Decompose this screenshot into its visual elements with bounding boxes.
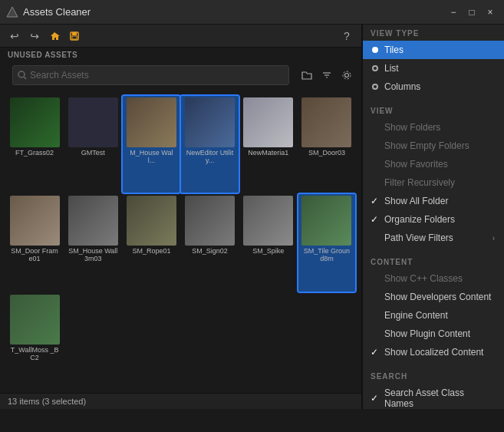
asset-name: SM_Spike <box>252 247 284 255</box>
search-input[interactable] <box>30 70 284 81</box>
content-option-show-localized[interactable]: ✓Show Localized Content <box>363 343 504 361</box>
svg-point-4 <box>18 71 25 77</box>
svg-point-10 <box>343 71 351 79</box>
svg-marker-0 <box>7 7 18 17</box>
menu-item-label: Tiles <box>384 45 495 55</box>
right-panel: VIEW TYPE TilesListColumns VIEW Show Fol… <box>362 25 504 409</box>
asset-item[interactable]: SM_House Wall3m03 <box>64 194 121 291</box>
menu-item-label: Show Favorites <box>384 159 495 170</box>
filter-button[interactable] <box>318 67 335 84</box>
asset-thumbnail <box>10 196 60 246</box>
status-bar: 13 items (3 selected) <box>0 393 361 409</box>
view-type-option-columns[interactable]: Columns <box>363 77 504 96</box>
menu-item-label: Engine Content <box>384 310 495 321</box>
forward-button[interactable]: ↩ <box>26 28 43 45</box>
asset-name: SM_House Wall3m03 <box>68 247 118 262</box>
asset-name: FT_Grass02 <box>15 149 54 157</box>
content-option-show-engine[interactable]: Engine Content <box>363 306 504 325</box>
asset-thumbnail <box>185 97 235 147</box>
asset-name: SM_Rope01 <box>132 247 170 255</box>
asset-thumbnail <box>185 196 235 246</box>
search-option-search-class-names[interactable]: ✓Search Asset Class Names <box>363 384 504 409</box>
view-option-organize-folders[interactable]: ✓Organize Folders <box>363 210 504 229</box>
asset-name: NewMateria1 <box>248 149 288 157</box>
folder-button[interactable] <box>298 67 315 84</box>
close-button[interactable]: × <box>483 5 498 20</box>
check-mark: ✓ <box>371 393 378 404</box>
view-options: Show FoldersShow Empty FoldersShow Favor… <box>363 118 504 247</box>
check-mark: ✓ <box>371 196 378 206</box>
content-header: CONTENT <box>363 253 504 269</box>
search-header: SEARCH <box>363 368 504 384</box>
asset-name: GMTest <box>81 149 105 157</box>
view-type-options: TilesListColumns <box>363 41 504 96</box>
view-option-show-all-folder[interactable]: ✓Show All Folder <box>363 192 504 210</box>
content-option-show-plugin[interactable]: Show Plugin Content <box>363 325 504 343</box>
svg-rect-3 <box>72 36 77 39</box>
view-option-filter-recursively: Filter Recursively <box>363 173 504 192</box>
asset-item[interactable]: NewMateria1 <box>240 96 297 193</box>
menu-item-label: Show Developers Content <box>384 292 495 302</box>
asset-item[interactable]: SM_Tile Ground8m <box>298 194 355 291</box>
view-type-option-tiles[interactable]: Tiles <box>363 41 504 59</box>
menu-item-label: Show Folders <box>384 122 495 133</box>
submenu-arrow-icon: › <box>492 234 495 242</box>
home-button[interactable] <box>46 28 63 45</box>
asset-name: T_WallMoss _BC2 <box>10 346 60 361</box>
back-button[interactable]: ↩ <box>6 28 23 45</box>
app-icon <box>6 6 18 18</box>
view-option-show-folders: Show Folders <box>363 118 504 137</box>
maximize-button[interactable]: □ <box>464 5 479 20</box>
menu-item-label: Path View Filters <box>384 232 492 243</box>
view-option-path-view-filters[interactable]: Path View Filters› <box>363 229 504 247</box>
view-option-show-favorites: Show Favorites <box>363 155 504 173</box>
content-options: Show C++ ClassesShow Developers ContentE… <box>363 269 504 361</box>
svg-line-5 <box>24 77 26 79</box>
search-options: ✓Search Asset Class Names✓Search Asset P… <box>363 384 504 409</box>
check-mark: ✓ <box>371 214 378 225</box>
asset-item[interactable]: T_WallMoss _BC2 <box>6 293 63 390</box>
asset-thumbnail <box>243 196 293 246</box>
asset-item[interactable]: SM_Door03 <box>298 96 355 193</box>
menu-item-label: Show Plugin Content <box>384 328 495 339</box>
svg-point-9 <box>345 74 349 77</box>
asset-item[interactable]: NewEditor Utility... <box>181 96 238 193</box>
asset-item[interactable]: GMTest <box>64 96 121 193</box>
help-button[interactable]: ? <box>338 28 355 45</box>
asset-grid: FT_Grass02 GMTest M_House Wall... NewEdi… <box>0 93 361 393</box>
asset-thumbnail <box>301 97 351 147</box>
menu-item-label: Organize Folders <box>384 214 495 225</box>
content-option-show-dev[interactable]: Show Developers Content <box>363 288 504 306</box>
radio-dot <box>372 65 378 71</box>
asset-item[interactable]: SM_Rope01 <box>123 194 180 291</box>
menu-item-label: List <box>384 63 495 74</box>
asset-name: SM_Tile Ground8m <box>301 247 351 262</box>
asset-item[interactable]: SM_Door Frame01 <box>6 194 63 291</box>
search-bar[interactable] <box>12 65 289 85</box>
settings-button[interactable] <box>338 67 355 84</box>
save-button[interactable] <box>66 28 83 45</box>
asset-item[interactable]: FT_Grass02 <box>6 96 63 193</box>
minimize-button[interactable]: − <box>446 5 461 20</box>
check-mark: ✓ <box>371 347 378 358</box>
menu-item-label: Show C++ Classes <box>384 273 495 284</box>
content-option-show-cpp: Show C++ Classes <box>363 269 504 288</box>
asset-thumbnail <box>243 97 293 147</box>
asset-name: SM_Sign02 <box>192 247 228 255</box>
asset-item[interactable]: SM_Sign02 <box>181 194 238 291</box>
asset-thumbnail <box>10 295 60 345</box>
menu-item-label: Show All Folder <box>384 196 495 206</box>
menu-item-label: Show Empty Folders <box>384 140 495 151</box>
asset-item[interactable]: M_House Wall... <box>123 96 180 193</box>
left-panel: ↩ ↩ ? UNUSED ASSETS <box>0 25 362 409</box>
main-area: ↩ ↩ ? UNUSED ASSETS <box>0 25 504 409</box>
asset-item[interactable]: SM_Spike <box>240 194 297 291</box>
asset-name: NewEditor Utility... <box>185 149 235 164</box>
view-type-option-list[interactable]: List <box>363 59 504 77</box>
asset-name: SM_Door03 <box>308 149 345 157</box>
menu-item-label: Show Localized Content <box>384 347 495 358</box>
view-header: VIEW <box>363 102 504 118</box>
section-label: UNUSED ASSETS <box>0 48 361 61</box>
view-option-show-empty-folders: Show Empty Folders <box>363 137 504 155</box>
asset-thumbnail <box>301 196 351 246</box>
